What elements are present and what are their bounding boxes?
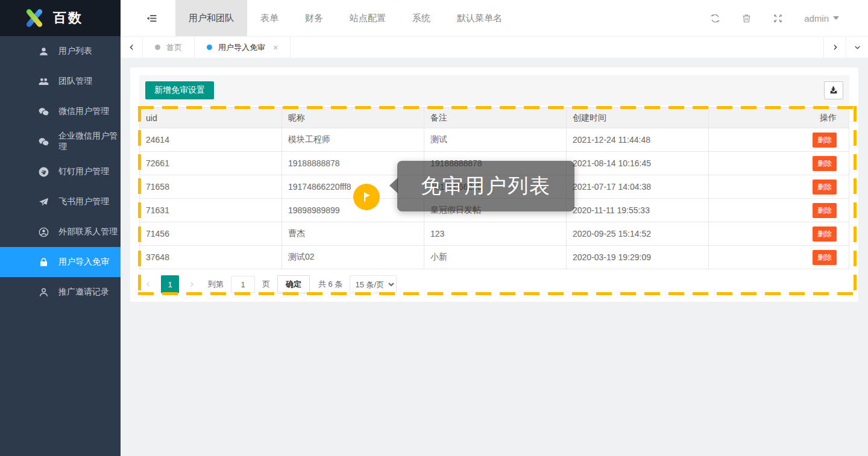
sidebar-item-label: 用户列表 bbox=[58, 46, 92, 57]
sidebar-item-feishu-users[interactable]: 飞书用户管理 bbox=[0, 187, 121, 217]
page-size-select[interactable]: 15 条/页 bbox=[350, 275, 397, 293]
sidebar-item-invite-records[interactable]: 推广邀请记录 bbox=[0, 277, 121, 307]
chevron-right-icon bbox=[188, 281, 195, 288]
confirm-page-button[interactable]: 确定 bbox=[277, 275, 310, 293]
cell-created: 2020-09-25 15:14:52 bbox=[567, 222, 709, 246]
cell-created: 2020-11-11 19:55:33 bbox=[567, 199, 709, 222]
delete-button[interactable]: 删除 bbox=[813, 203, 837, 218]
cell-actions: 删除 bbox=[709, 199, 849, 222]
tour-marker-button[interactable] bbox=[353, 184, 380, 210]
sidebar-item-import-exempt[interactable]: 用户导入免审 bbox=[0, 247, 121, 277]
column-header-uid: uid bbox=[140, 108, 282, 128]
topnav-item-forms[interactable]: 表单 bbox=[247, 0, 292, 36]
sidebar-item-team[interactable]: 团队管理 bbox=[0, 66, 121, 96]
topnav-label: 表单 bbox=[260, 13, 278, 24]
close-icon[interactable]: × bbox=[273, 43, 278, 52]
wechat-icon bbox=[38, 106, 49, 117]
tab-dot-icon bbox=[155, 45, 160, 50]
delete-button[interactable]: 删除 bbox=[813, 250, 837, 265]
tab-dot-icon bbox=[207, 45, 212, 50]
topnav-item-default-menu[interactable]: 默认菜单名 bbox=[444, 0, 515, 36]
collapse-menu-icon bbox=[146, 13, 157, 24]
cell-created: 2020-03-19 19:29:09 bbox=[567, 246, 709, 269]
sidebar-item-label: 钉钉用户管理 bbox=[58, 166, 109, 177]
username-label: admin bbox=[804, 13, 829, 23]
cell-created: 2021-08-14 10:16:45 bbox=[567, 152, 709, 175]
add-exempt-button[interactable]: 新增免审设置 bbox=[145, 81, 214, 99]
invite-icon bbox=[38, 287, 49, 298]
tour-tooltip: 免审用户列表 bbox=[397, 161, 574, 211]
sidebar-item-label: 团队管理 bbox=[58, 76, 92, 87]
table-row: 37648 测试02 小新 2020-03-19 19:29:09 删除 bbox=[140, 246, 849, 269]
brand-name: 百数 bbox=[53, 9, 83, 27]
refresh-button[interactable] bbox=[710, 13, 720, 23]
dingtalk-icon bbox=[38, 166, 49, 178]
sidebar-item-wechat-users[interactable]: 微信用户管理 bbox=[0, 96, 121, 126]
sidebar-item-dingtalk-users[interactable]: 钉钉用户管理 bbox=[0, 157, 121, 187]
cell-nickname: 测试02 bbox=[282, 246, 424, 269]
tab-bar: 首页 用户导入免审 × bbox=[121, 36, 868, 58]
tab-import-exempt[interactable]: 用户导入免审 × bbox=[195, 37, 291, 58]
cell-actions: 删除 bbox=[709, 246, 849, 269]
clear-cache-button[interactable] bbox=[741, 13, 752, 23]
chevron-down-icon bbox=[854, 43, 861, 51]
topnav-item-site-config[interactable]: 站点配置 bbox=[336, 0, 399, 36]
sidebar-item-label: 外部联系人管理 bbox=[58, 226, 118, 237]
topnav-item-finance[interactable]: 财务 bbox=[292, 0, 336, 36]
sidebar-item-label: 微信用户管理 bbox=[58, 106, 109, 117]
cell-actions: 删除 bbox=[709, 152, 849, 175]
cell-uid: 71631 bbox=[140, 199, 282, 222]
cell-uid: 71658 bbox=[140, 175, 282, 199]
column-header-created: 创建时间 bbox=[567, 108, 709, 128]
topnav-label: 站点配置 bbox=[350, 13, 386, 24]
top-actions: admin bbox=[710, 13, 868, 23]
prev-page-button[interactable] bbox=[140, 275, 156, 293]
cell-remark: 123 bbox=[424, 222, 567, 246]
delete-button[interactable]: 删除 bbox=[813, 156, 837, 171]
user-icon bbox=[38, 46, 49, 57]
chevron-left-icon bbox=[145, 281, 152, 288]
topnav-item-users-teams[interactable]: 用户和团队 bbox=[175, 0, 247, 36]
sidebar-item-label: 企业微信用户管理 bbox=[58, 131, 121, 152]
topnav-item-system[interactable]: 系统 bbox=[399, 0, 444, 36]
tab-home[interactable]: 首页 bbox=[143, 37, 195, 58]
sidebar-item-label: 飞书用户管理 bbox=[58, 196, 109, 207]
sidebar-item-user-list[interactable]: 用户列表 bbox=[0, 36, 121, 66]
sidebar-item-wecom-users[interactable]: 企业微信用户管理 bbox=[0, 126, 121, 157]
cell-uid: 72661 bbox=[140, 152, 282, 175]
tabs-scroll-right-button[interactable] bbox=[823, 37, 846, 58]
top-nav: 用户和团队 表单 财务 站点配置 系统 默认菜单名 bbox=[175, 0, 515, 36]
table-row: 71456 曹杰 123 2020-09-25 15:14:52 删除 bbox=[140, 222, 849, 246]
sidebar-menu: 用户列表 团队管理 微信用户管理 企业微信用户管理 钉钉用户管理 飞书用户管理 bbox=[0, 36, 121, 456]
sidebar-item-label: 推广邀请记录 bbox=[58, 287, 109, 298]
main-area: 用户和团队 表单 财务 站点配置 系统 默认菜单名 admin bbox=[121, 0, 868, 456]
tabs-scroll-left-button[interactable] bbox=[121, 37, 143, 58]
delete-button[interactable]: 删除 bbox=[813, 133, 837, 148]
delete-button[interactable]: 删除 bbox=[813, 226, 837, 242]
table-row: 24614 模块工程师 测试 2021-12-24 11:44:48 删除 bbox=[140, 128, 849, 152]
page-word-label: 页 bbox=[262, 279, 270, 290]
column-header-actions: 操作 bbox=[709, 108, 849, 128]
chevron-left-icon bbox=[128, 43, 136, 51]
fullscreen-button[interactable] bbox=[773, 13, 783, 23]
goto-page-input[interactable] bbox=[231, 276, 255, 293]
next-page-button[interactable] bbox=[184, 275, 200, 293]
cell-nickname: 模块工程师 bbox=[282, 128, 424, 152]
user-dropdown[interactable]: admin bbox=[804, 13, 839, 23]
delete-button[interactable]: 删除 bbox=[813, 180, 837, 195]
sidebar: 百数 用户列表 团队管理 微信用户管理 企业微信用户管理 钉钉用户管理 bbox=[0, 0, 121, 456]
tab-label: 首页 bbox=[166, 42, 182, 53]
export-button[interactable] bbox=[824, 81, 843, 99]
feishu-icon bbox=[38, 196, 49, 208]
export-icon bbox=[829, 86, 838, 95]
app-root: 百数 用户列表 团队管理 微信用户管理 企业微信用户管理 钉钉用户管理 bbox=[0, 0, 868, 456]
sidebar-item-external-contacts[interactable]: 外部联系人管理 bbox=[0, 217, 121, 247]
collapse-sidebar-button[interactable] bbox=[133, 0, 169, 36]
cell-nickname: 曹杰 bbox=[282, 222, 424, 246]
cell-uid: 37648 bbox=[140, 246, 282, 269]
page-number-current[interactable]: 1 bbox=[161, 275, 179, 293]
refresh-icon bbox=[710, 13, 720, 23]
cell-uid: 24614 bbox=[140, 128, 282, 152]
tabs-menu-button[interactable] bbox=[846, 37, 868, 58]
topnav-label: 系统 bbox=[412, 13, 430, 24]
